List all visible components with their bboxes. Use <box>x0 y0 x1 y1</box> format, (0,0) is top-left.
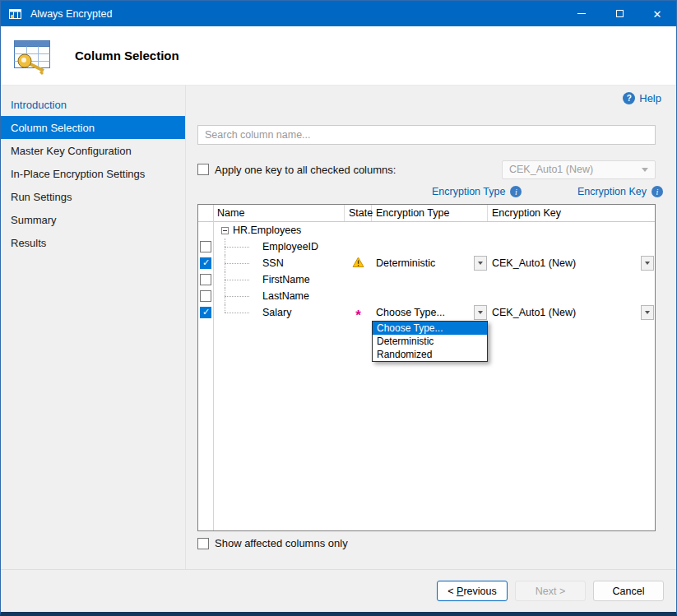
row-checkbox-employeeid[interactable] <box>200 241 211 252</box>
tree-guide <box>213 304 262 321</box>
encryption-key-dropdown-button[interactable] <box>641 256 654 271</box>
required-asterisk-icon <box>355 312 361 320</box>
tree-guide <box>213 239 262 255</box>
app-icon <box>8 7 23 21</box>
wizard-header: Column Selection <box>1 26 676 86</box>
apply-key-label: Apply one key to all checked columns: <box>215 164 396 176</box>
show-affected-row: Show affected columns only <box>197 537 348 549</box>
encryption-type-link-label: Encryption Type <box>432 186 505 197</box>
warning-icon <box>352 257 364 271</box>
help-label: Help <box>639 92 661 104</box>
column-name: LastName <box>262 290 309 302</box>
previous-button[interactable]: < Previous <box>437 581 508 601</box>
sidebar-item-results[interactable]: Results <box>1 231 185 254</box>
encryption-type-link[interactable]: Encryption Type <box>432 186 522 197</box>
encryption-key-link[interactable]: Encryption Key <box>577 186 663 197</box>
help-link[interactable]: Help <box>623 92 661 104</box>
table-row-salary: Salary Choose Type... CEK_Auto1 (New) <box>198 304 655 321</box>
menu-item-randomized[interactable]: Randomized <box>373 348 487 361</box>
help-icon <box>623 92 635 104</box>
close-button[interactable] <box>638 1 676 26</box>
columns-grid: Name State Encryption Type Encryption Ke… <box>197 204 656 531</box>
minimize-button[interactable] <box>563 1 600 26</box>
tree-guide <box>213 288 262 304</box>
sidebar-item-master-key-configuration[interactable]: Master Key Configuration <box>1 139 185 162</box>
window-title: Always Encrypted <box>30 8 112 20</box>
cancel-button[interactable]: Cancel <box>593 581 664 601</box>
apply-key-combo-value: CEK_Auto1 (New) <box>509 164 593 175</box>
column-header-encryption-key: Encryption Key <box>488 205 655 221</box>
encryption-type-value: Choose Type... <box>372 307 445 318</box>
apply-key-row: Apply one key to all checked columns: CE… <box>197 160 656 179</box>
show-affected-label: Show affected columns only <box>215 537 348 549</box>
column-name: FirstName <box>262 274 310 285</box>
column-name: SSN <box>262 257 284 269</box>
tree-guide <box>213 255 262 271</box>
apply-key-combo[interactable]: CEK_Auto1 (New) <box>502 160 656 179</box>
encryption-key-value: CEK_Auto1 (New) <box>488 257 576 269</box>
maximize-button[interactable] <box>600 1 638 26</box>
tree-guide <box>213 271 262 288</box>
always-encrypted-wizard-window: Always Encrypted Column Selection <box>0 0 677 616</box>
wizard-footer: < Previous Next > Cancel <box>1 569 676 612</box>
encryption-type-menu: Choose Type... Deterministic Randomized <box>372 321 488 362</box>
grid-header-row: Name State Encryption Type Encryption Ke… <box>198 205 655 222</box>
search-input[interactable] <box>197 125 656 145</box>
sidebar-item-in-place-encryption-settings[interactable]: In-Place Encryption Settings <box>1 162 185 185</box>
sidebar-item-summary[interactable]: Summary <box>1 208 185 231</box>
column-header-encryption-type: Encryption Type <box>372 205 488 221</box>
minimize-icon <box>577 13 586 14</box>
menu-item-deterministic[interactable]: Deterministic <box>373 335 487 348</box>
wizard-steps-sidebar: Introduction Column Selection Master Key… <box>1 86 186 569</box>
info-icon[interactable] <box>510 186 522 197</box>
column-header-checkbox <box>198 205 213 221</box>
column-header-state: State <box>345 205 372 221</box>
encryption-type-value: Deterministic <box>372 257 435 269</box>
column-name: EmployeeID <box>262 241 318 252</box>
table-row-ssn: SSN Deterministic <box>198 255 655 271</box>
chevron-down-icon <box>642 168 648 172</box>
encryption-type-dropdown-button[interactable] <box>474 256 487 271</box>
menu-item-choose-type[interactable]: Choose Type... <box>373 322 487 335</box>
row-checkbox-lastname[interactable] <box>200 290 211 302</box>
info-icon[interactable] <box>651 186 663 197</box>
row-checkbox-ssn[interactable] <box>200 257 211 269</box>
column-header-name: Name <box>213 205 345 221</box>
tree-collapse-icon[interactable] <box>221 227 229 234</box>
table-row-firstname: FirstName <box>198 271 655 288</box>
page-title: Column Selection <box>75 49 179 63</box>
apply-key-checkbox[interactable] <box>197 164 209 175</box>
show-affected-checkbox[interactable] <box>197 538 209 549</box>
encryption-key-value: CEK_Auto1 (New) <box>488 307 576 318</box>
close-icon <box>653 7 662 21</box>
main-panel: Help Apply one key to all checked column… <box>186 86 676 569</box>
table-row-employeeid: EmployeeID <box>198 239 655 255</box>
encryption-key-dropdown-button[interactable] <box>641 305 654 320</box>
sidebar-item-introduction[interactable]: Introduction <box>1 93 185 116</box>
encryption-type-dropdown-button[interactable] <box>474 305 487 320</box>
sidebar-item-column-selection[interactable]: Column Selection <box>1 116 185 139</box>
column-selection-icon <box>12 36 55 76</box>
table-group-name: HR.Employees <box>233 225 301 236</box>
next-button[interactable]: Next > <box>515 581 586 601</box>
encryption-key-link-label: Encryption Key <box>577 186 647 197</box>
sidebar-item-run-settings[interactable]: Run Settings <box>1 185 185 208</box>
maximize-icon <box>616 10 624 17</box>
table-row-lastname: LastName <box>198 288 655 304</box>
table-row-group: HR.Employees <box>198 222 655 239</box>
column-name: Salary <box>262 307 291 318</box>
row-checkbox-salary[interactable] <box>200 307 211 318</box>
window-titlebar: Always Encrypted <box>1 1 676 26</box>
row-checkbox-firstname[interactable] <box>200 274 211 285</box>
